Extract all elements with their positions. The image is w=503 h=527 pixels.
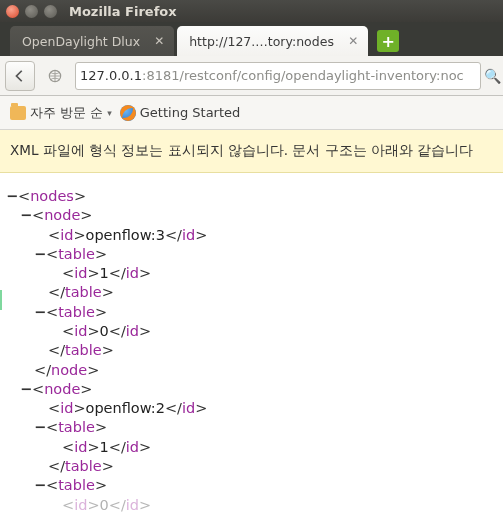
url-path: :8181/restconf/config/opendaylight-inven… [142,68,464,83]
bookmark-getting-started[interactable]: Getting Started [120,105,241,121]
collapse-toggle-icon[interactable]: − [34,303,46,322]
xml-open-nodes[interactable]: −<nodes> [6,187,497,206]
xml-id-line: <id>1</id> [6,264,497,283]
collapse-toggle-icon[interactable]: − [34,245,46,264]
folder-icon [10,106,26,120]
url-host: 127.0.0.1 [80,68,142,83]
xml-id-line: <id>openflow:3</id> [6,226,497,245]
window-maximize-button[interactable] [44,5,57,18]
window-titlebar: Mozilla Firefox [0,0,503,22]
xml-info-text: XML 파일에 형식 정보는 표시되지 않습니다. 문서 구조는 아래와 같습니… [10,142,473,158]
collapse-toggle-icon[interactable]: − [6,187,18,206]
window-title: Mozilla Firefox [69,4,177,19]
close-icon[interactable]: ✕ [152,34,166,48]
xml-id-line: <id>1</id> [6,438,497,457]
xml-id-line: <id>0</id> [6,322,497,341]
tab-opendaylight[interactable]: OpenDaylight Dlux ✕ [10,26,174,56]
xml-close-node: </node> [6,361,497,380]
bookmarks-recent-label: 자주 방문 순 [30,104,103,122]
arrow-left-icon [13,69,27,83]
xml-open-node[interactable]: −<node> [6,380,497,399]
xml-close-table: </table> [6,283,497,302]
bookmarks-toolbar: 자주 방문 순 ▾ Getting Started [0,96,503,130]
xml-open-table[interactable]: −<table> [6,303,497,322]
collapse-toggle-icon[interactable]: − [34,418,46,437]
close-icon[interactable]: ✕ [346,34,360,48]
window-close-button[interactable] [6,5,19,18]
xml-open-table[interactable]: −<table> [6,418,497,437]
xml-close-table: </table> [6,341,497,360]
new-tab-button[interactable]: + [377,30,399,52]
bookmarks-recent-menu[interactable]: 자주 방문 순 ▾ [10,104,112,122]
url-input[interactable]: 127.0.0.1:8181/restconf/config/opendayli… [75,62,481,90]
window-minimize-button[interactable] [25,5,38,18]
xml-info-bar: XML 파일에 형식 정보는 표시되지 않습니다. 문서 구조는 아래와 같습니… [0,130,503,173]
xml-tree-viewer: −<nodes> −<node> <id>openflow:3</id> −<t… [0,173,503,527]
left-accent-strip [0,290,2,310]
tab-label: OpenDaylight Dlux [22,34,140,49]
xml-close-table: </table> [6,457,497,476]
tab-label: http://127.…tory:nodes/ [189,34,334,49]
navigation-toolbar: 127.0.0.1:8181/restconf/config/opendayli… [0,56,503,96]
collapse-toggle-icon[interactable]: − [20,206,32,225]
xml-open-table[interactable]: −<table> [6,245,497,264]
chevron-down-icon: ▾ [107,108,112,118]
back-button[interactable] [5,61,35,91]
collapse-toggle-icon[interactable]: − [20,380,32,399]
xml-id-line: <id>openflow:2</id> [6,399,497,418]
tab-bar: OpenDaylight Dlux ✕ http://127.…tory:nod… [0,22,503,56]
search-indicator-icon[interactable]: 🔍 [486,68,498,84]
globe-outline-icon [48,69,62,83]
xml-open-table[interactable]: −<table> [6,476,497,495]
site-identity-button[interactable] [40,61,70,91]
tab-restconf[interactable]: http://127.…tory:nodes/ ✕ [177,26,368,56]
xml-id-line: <id>0</id> [6,496,497,515]
collapse-toggle-icon[interactable]: − [34,476,46,495]
xml-open-node[interactable]: −<node> [6,206,497,225]
firefox-globe-icon [120,105,136,121]
bookmark-label: Getting Started [140,105,241,120]
